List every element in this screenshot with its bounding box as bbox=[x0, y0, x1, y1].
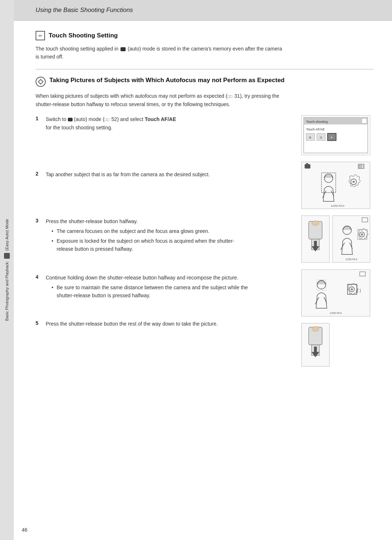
svg-rect-19 bbox=[306, 163, 308, 165]
cam-icon-step1 bbox=[68, 118, 73, 121]
step3-spacer bbox=[36, 263, 298, 274]
svg-text:⊟: ⊟ bbox=[320, 136, 322, 139]
step-content-4: Continue holding down the shutter-releas… bbox=[46, 274, 249, 301]
section1-title: Touch Shooting Setting bbox=[49, 32, 118, 39]
page-container: Basic Photography and Playback: (Easy Au… bbox=[0, 0, 392, 540]
step-content-1: Switch to (auto) mode (□□ 52) and select… bbox=[46, 115, 249, 133]
svg-text:✦: ✦ bbox=[330, 136, 333, 139]
camera-icon bbox=[4, 253, 10, 259]
sidebar-label: Basic Photography and Playback: (Easy Au… bbox=[4, 219, 10, 321]
svg-text:Touch shooting: Touch shooting bbox=[306, 120, 328, 124]
illustration-row-3: 1/250 F8.0 bbox=[301, 215, 370, 263]
illustration-2: 1/250 F8.0 bbox=[301, 162, 370, 209]
svg-rect-8 bbox=[362, 118, 367, 124]
side-tab: Basic Photography and Playback: (Easy Au… bbox=[0, 0, 14, 540]
sidebar-text-sub: (Easy Auto) Mode bbox=[5, 219, 9, 251]
step-content-2: Tap another subject that is as far from … bbox=[46, 170, 249, 180]
main-content: Using the Basic Shooting Functions ✏ Tou… bbox=[14, 0, 392, 540]
step-number-1: 1 bbox=[36, 115, 46, 121]
section1-note: The touch shooting setting applied in (a… bbox=[36, 45, 282, 61]
svg-point-44 bbox=[361, 233, 363, 235]
section2-intro: When taking pictures of subjects with wh… bbox=[36, 92, 290, 109]
section1-heading: ✏ Touch Shooting Setting bbox=[36, 31, 374, 40]
sidebar-text-main: Basic Photography and Playback: bbox=[5, 261, 9, 321]
svg-text:⊞: ⊞ bbox=[309, 136, 311, 139]
svg-rect-18 bbox=[305, 164, 310, 169]
step-row-1: 1 Switch to (auto) mode (□□ 52) and sele… bbox=[36, 115, 298, 133]
svg-point-0 bbox=[39, 80, 42, 84]
svg-point-29 bbox=[352, 181, 355, 183]
page-number: 46 bbox=[22, 527, 28, 533]
illustration-4: [ ] 1/250 F8.0 bbox=[301, 269, 370, 317]
step4-bullets: Be sure to maintain the same distance be… bbox=[52, 283, 249, 300]
step-content-5: Press the shutter-release button the res… bbox=[46, 320, 249, 330]
focus-icon bbox=[36, 77, 46, 87]
svg-point-53 bbox=[351, 288, 353, 290]
svg-rect-38 bbox=[333, 216, 370, 262]
ref-step1: □□ bbox=[105, 117, 109, 122]
step-row-2: 2 Tap another subject that is as far fro… bbox=[36, 170, 298, 180]
svg-text:1/250  F8.0: 1/250 F8.0 bbox=[331, 204, 344, 207]
step1-spacer bbox=[36, 141, 298, 170]
pencil-icon: ✏ bbox=[36, 31, 45, 40]
step4-spacer bbox=[36, 309, 298, 320]
svg-point-63 bbox=[312, 326, 319, 331]
section2-heading: Taking Pictures of Subjects with Which A… bbox=[36, 76, 374, 87]
divider bbox=[36, 69, 374, 69]
header-bar: Using the Basic Shooting Functions bbox=[14, 0, 392, 21]
step-row-3: 3 Press the shutter-release button halfw… bbox=[36, 217, 298, 254]
step3-bullet-2: Exposure is locked for the subject on wh… bbox=[52, 237, 249, 253]
step-number-5: 5 bbox=[36, 320, 46, 326]
illustration-1: Touch shooting Touch AF/AE ⊞ bbox=[301, 115, 370, 155]
svg-text:1/250  F8.0: 1/250 F8.0 bbox=[330, 312, 342, 314]
step1-bold: Touch AF/AE bbox=[145, 116, 176, 122]
step4-bullet-1: Be sure to maintain the same distance be… bbox=[52, 283, 249, 300]
step-row-5: 5 Press the shutter-release button the r… bbox=[36, 320, 298, 330]
camera-inline-icon bbox=[121, 47, 126, 51]
content-area: ✏ Touch Shooting Setting The touch shoot… bbox=[14, 21, 392, 525]
step3-bullet-1: The camera focuses on the subject and th… bbox=[52, 227, 249, 235]
step2-spacer bbox=[36, 188, 298, 217]
svg-text:1/250  F8.0: 1/250 F8.0 bbox=[346, 258, 358, 261]
illustration-5 bbox=[301, 323, 330, 367]
step-content-3: Press the shutter-release button halfway… bbox=[46, 217, 249, 254]
svg-text:Touch AF/AE: Touch AF/AE bbox=[306, 128, 325, 131]
illustration-3b: 1/250 F8.0 bbox=[332, 215, 370, 263]
step-number-2: 2 bbox=[36, 170, 46, 177]
page-title: Using the Basic Shooting Functions bbox=[36, 7, 133, 13]
illustration-3a bbox=[301, 215, 330, 263]
step-number-3: 3 bbox=[36, 217, 46, 223]
section2-title: Taking Pictures of Subjects with Which A… bbox=[49, 76, 285, 85]
step-row-4: 4 Continue holding down the shutter-rele… bbox=[36, 274, 298, 301]
step-number-4: 4 bbox=[36, 274, 46, 280]
svg-rect-36 bbox=[314, 241, 317, 247]
svg-text:[ ]: [ ] bbox=[357, 288, 361, 293]
illustrations-column: Touch shooting Touch AF/AE ⊞ bbox=[301, 115, 374, 367]
svg-point-37 bbox=[312, 221, 319, 226]
svg-rect-62 bbox=[314, 347, 317, 353]
steps-area: Touch shooting Touch AF/AE ⊞ bbox=[36, 115, 374, 330]
ref-symbol: □□ bbox=[227, 94, 232, 98]
step3-bullets: The camera focuses on the subject and th… bbox=[52, 227, 249, 253]
